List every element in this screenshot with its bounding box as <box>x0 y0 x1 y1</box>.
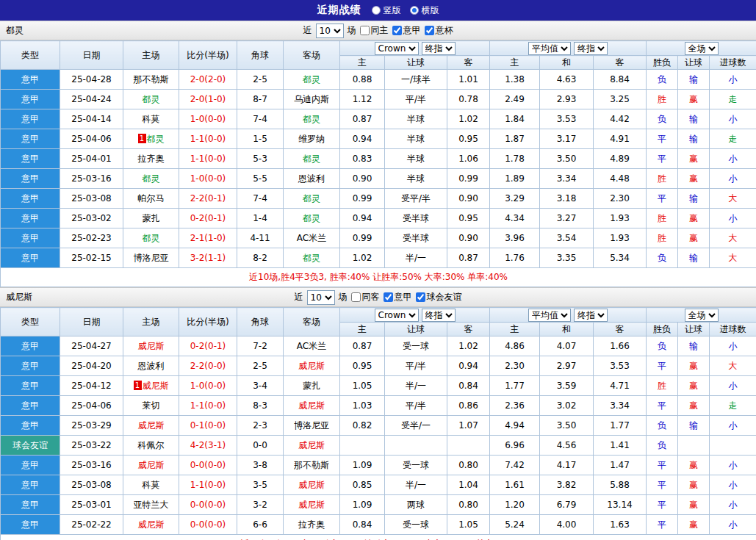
bookmaker-select[interactable]: Crown <box>375 309 419 322</box>
home-team-name: 拉齐奥 <box>138 154 165 164</box>
filter-checkbox-1[interactable]: 意甲 <box>384 291 412 303</box>
avg-stage-select[interactable]: 终指 <box>574 309 608 322</box>
result-outcome: 负 <box>647 70 678 90</box>
result-goals: 小 <box>710 495 756 515</box>
match-row: 意甲25-02-15博洛尼亚3-2(1-1)8-2都灵1.02半/一0.871.… <box>1 248 756 268</box>
avg-home: 4.94 <box>490 416 540 436</box>
result-goals: 大 <box>710 189 756 209</box>
home-team-cell: 莱切 <box>123 396 179 416</box>
scope-select[interactable]: 全场 <box>685 42 719 55</box>
result-outcome: 负 <box>647 416 678 436</box>
date-cell: 25-04-14 <box>60 109 123 129</box>
home-team-name: 威尼斯 <box>143 381 169 391</box>
away-team-cell: 威尼斯 <box>284 436 340 456</box>
home-team-cell: 威尼斯 <box>123 416 179 436</box>
match-row: 意甲25-04-121威尼斯1-0(0-0)3-4蒙扎1.05半/一0.841.… <box>1 376 756 396</box>
score-cell: 0-0(0-0) <box>179 515 237 535</box>
away-team-cell: 都灵 <box>284 149 340 169</box>
avg-home: 2.36 <box>490 396 540 416</box>
near-label: 近 <box>303 24 312 37</box>
filter-checkbox-0[interactable]: 同客 <box>351 291 380 303</box>
corners-cell: 4-11 <box>237 228 284 248</box>
score-cell: 3-2(1-1) <box>179 248 237 268</box>
result-outcome: 平 <box>647 356 678 376</box>
filter-checkbox-1[interactable]: 意甲 <box>392 24 421 37</box>
away-team-name: 乌迪内斯 <box>294 94 329 104</box>
odds-home: 0.87 <box>340 109 385 129</box>
away-team-name: 都灵 <box>303 114 320 124</box>
away-team-name: AC米兰 <box>297 233 326 243</box>
result-handicap: 赢 <box>678 228 710 248</box>
result-goals: 走 <box>710 90 756 109</box>
odds-home: 0.83 <box>340 149 385 169</box>
away-team-name: 都灵 <box>303 193 320 204</box>
summary-text: 近10场,胜4平3负3, 胜率:40% 让胜率:50% 大率:30% 单率:40… <box>1 268 756 287</box>
layout-radio-label: 竖版 <box>384 4 401 17</box>
filter-checkbox-2[interactable]: 意杯 <box>425 24 453 37</box>
checkbox-input[interactable] <box>416 292 425 302</box>
odds-handicap: 受一球 <box>385 336 447 356</box>
checkbox-input[interactable] <box>351 292 361 302</box>
match-count-select[interactable]: 10 <box>307 290 335 305</box>
checkbox-input[interactable] <box>392 26 402 35</box>
avg-draw: 4.00 <box>540 515 594 535</box>
league-cell: 意甲 <box>1 129 60 149</box>
odds-stage-select[interactable]: 终指 <box>422 42 456 55</box>
away-team-name: 都灵 <box>303 253 320 263</box>
odds-away: 0.80 <box>447 495 490 515</box>
date-cell: 25-04-27 <box>60 336 123 356</box>
avg-draw: 3.59 <box>540 376 594 396</box>
avg-type-select[interactable]: 平均值 <box>528 42 571 55</box>
column-header: 角球 <box>237 41 284 70</box>
away-team-name: 维罗纳 <box>298 134 325 144</box>
match-row: 意甲25-04-01拉齐奥1-1(0-0)5-3都灵0.83半球1.061.78… <box>1 149 756 169</box>
avg-home: 4.86 <box>490 336 540 356</box>
away-team-cell: 都灵 <box>284 209 340 228</box>
odds-home: 1.05 <box>340 376 385 396</box>
layout-radio-1[interactable]: 横版 <box>410 4 439 17</box>
result-goals: 小 <box>710 456 756 475</box>
avg-draw: 3.02 <box>540 396 594 416</box>
result-outcome: 胜 <box>647 376 678 396</box>
layout-radio-label: 横版 <box>422 4 439 17</box>
away-team-cell: 拉齐奥 <box>284 515 340 535</box>
bookmaker-select[interactable]: Crown <box>375 42 419 55</box>
date-cell: 25-04-20 <box>60 356 123 376</box>
corners-cell: 2-3 <box>237 416 284 436</box>
score-cell: 0-2(0-1) <box>179 209 237 228</box>
column-header: 类型 <box>1 308 60 336</box>
checkbox-input[interactable] <box>360 26 370 35</box>
league-cell: 意甲 <box>1 376 60 396</box>
checkbox-input[interactable] <box>384 292 393 302</box>
match-count-select[interactable]: 10 <box>316 24 344 38</box>
date-cell: 25-04-06 <box>60 129 123 149</box>
result-outcome: 胜 <box>647 209 678 228</box>
odds-home: 0.94 <box>340 129 385 149</box>
odds-stage-select[interactable]: 终指 <box>422 309 456 322</box>
result-goals: 走 <box>710 129 756 149</box>
match-row: 球会友谊25-03-22科佩尔4-2(3-1)0-0威尼斯6.964.561.4… <box>1 436 756 456</box>
avg-draw: 3.54 <box>540 228 594 248</box>
score-cell: 2-2(0-0) <box>179 356 237 376</box>
away-team-name: AC米兰 <box>297 341 326 351</box>
filter-checkbox-2[interactable]: 球会友谊 <box>416 291 462 303</box>
scope-select[interactable]: 全场 <box>685 309 719 322</box>
checkbox-label: 意甲 <box>403 24 421 37</box>
layout-radio-0[interactable]: 竖版 <box>372 4 401 17</box>
sub-column-header: 进球数 <box>710 323 756 336</box>
result-handicap: 赢 <box>678 169 710 189</box>
league-cell: 意甲 <box>1 248 60 268</box>
corners-cell: 3-5 <box>237 475 284 495</box>
result-handicap: 赢 <box>678 515 710 535</box>
filter-checkbox-0[interactable]: 同主 <box>360 24 389 37</box>
odds-away: 0.95 <box>447 209 490 228</box>
avg-type-select[interactable]: 平均值 <box>528 309 571 322</box>
away-team-cell: 威尼斯 <box>284 495 340 515</box>
home-team-cell: 帕尔马 <box>123 189 179 209</box>
odds-handicap: 平/半 <box>385 396 447 416</box>
avg-stage-select[interactable]: 终指 <box>574 42 608 55</box>
result-goals: 小 <box>710 416 756 436</box>
checkbox-input[interactable] <box>425 26 434 35</box>
odds-handicap: 平/半 <box>385 356 447 376</box>
home-team-name: 亚特兰大 <box>134 500 169 510</box>
